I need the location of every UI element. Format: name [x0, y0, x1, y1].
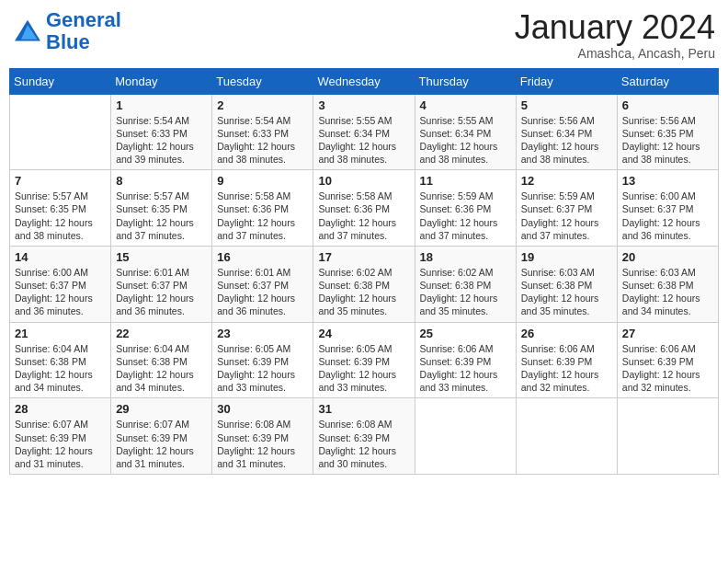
daylight-text-cont: and 36 minutes. [116, 305, 185, 316]
day-number: 9 [217, 174, 308, 188]
calendar-cell: 8Sunrise: 5:57 AMSunset: 6:35 PMDaylight… [111, 170, 212, 247]
sunrise-text: Sunrise: 5:55 AM [420, 115, 494, 126]
sunset-text: Sunset: 6:38 PM [116, 356, 188, 367]
sunset-text: Sunset: 6:37 PM [521, 203, 593, 214]
calendar-cell: 9Sunrise: 5:58 AMSunset: 6:36 PMDaylight… [212, 170, 313, 247]
day-number: 25 [420, 327, 511, 340]
day-number: 18 [420, 250, 511, 264]
daylight-text-cont: and 30 minutes. [318, 458, 387, 469]
day-info: Sunrise: 6:04 AMSunset: 6:38 PMDaylight:… [15, 342, 106, 395]
sunrise-text: Sunrise: 5:54 AM [116, 115, 189, 126]
day-number: 24 [318, 327, 409, 340]
day-number: 17 [318, 250, 409, 264]
daylight-text-cont: and 32 minutes. [622, 382, 691, 393]
day-info: Sunrise: 6:03 AMSunset: 6:38 PMDaylight:… [521, 266, 612, 318]
daylight-text: Daylight: 12 hours [420, 141, 498, 152]
day-info: Sunrise: 6:08 AMSunset: 6:39 PMDaylight:… [217, 418, 308, 470]
day-number: 31 [318, 402, 409, 416]
calendar-cell: 22Sunrise: 6:04 AMSunset: 6:38 PMDayligh… [111, 322, 212, 398]
location: Amashca, Ancash, Peru [515, 46, 715, 61]
calendar-cell: 20Sunrise: 6:03 AMSunset: 6:38 PMDayligh… [617, 246, 718, 322]
sunrise-text: Sunrise: 6:04 AM [116, 343, 189, 354]
day-info: Sunrise: 5:57 AMSunset: 6:35 PMDaylight:… [116, 190, 207, 242]
daylight-text-cont: and 37 minutes. [318, 230, 387, 241]
sunrise-text: Sunrise: 5:59 AM [420, 190, 494, 201]
logo: General Blue [13, 9, 121, 53]
calendar-cell [516, 398, 617, 475]
daylight-text: Daylight: 12 hours [420, 217, 498, 228]
daylight-text: Daylight: 12 hours [420, 369, 498, 380]
sunrise-text: Sunrise: 6:02 AM [420, 267, 494, 278]
daylight-text-cont: and 34 minutes. [15, 382, 84, 393]
day-info: Sunrise: 6:06 AMSunset: 6:39 PMDaylight:… [622, 342, 713, 395]
calendar-cell: 17Sunrise: 6:02 AMSunset: 6:38 PMDayligh… [313, 246, 415, 322]
sunset-text: Sunset: 6:38 PM [15, 356, 86, 367]
daylight-text-cont: and 35 minutes. [521, 305, 590, 316]
day-info: Sunrise: 6:02 AMSunset: 6:38 PMDaylight:… [420, 266, 511, 318]
calendar-cell: 29Sunrise: 6:07 AMSunset: 6:39 PMDayligh… [111, 398, 212, 475]
sunrise-text: Sunrise: 6:06 AM [420, 343, 494, 354]
day-number: 26 [521, 327, 612, 340]
calendar-cell: 18Sunrise: 6:02 AMSunset: 6:38 PMDayligh… [415, 246, 516, 322]
weekday-header-monday: Monday [111, 68, 212, 94]
daylight-text-cont: and 39 minutes. [116, 154, 185, 165]
calendar-cell: 6Sunrise: 5:56 AMSunset: 6:35 PMDaylight… [617, 94, 718, 170]
title-block: January 2024 Amashca, Ancash, Peru [515, 9, 715, 61]
daylight-text-cont: and 33 minutes. [217, 382, 286, 393]
sunrise-text: Sunrise: 6:03 AM [521, 267, 595, 278]
daylight-text: Daylight: 12 hours [217, 141, 295, 152]
daylight-text-cont: and 37 minutes. [420, 230, 489, 241]
daylight-text: Daylight: 12 hours [318, 445, 396, 456]
day-number: 7 [15, 174, 106, 188]
daylight-text-cont: and 36 minutes. [15, 305, 84, 316]
daylight-text-cont: and 31 minutes. [217, 458, 286, 469]
calendar-cell: 11Sunrise: 5:59 AMSunset: 6:36 PMDayligh… [415, 170, 516, 247]
calendar-cell: 26Sunrise: 6:06 AMSunset: 6:39 PMDayligh… [516, 322, 617, 398]
logo-blue: Blue [46, 30, 90, 53]
daylight-text: Daylight: 12 hours [521, 217, 599, 228]
daylight-text: Daylight: 12 hours [521, 369, 599, 380]
weekday-header-thursday: Thursday [415, 68, 516, 94]
day-number: 12 [521, 174, 612, 188]
day-number: 2 [217, 98, 308, 112]
sunrise-text: Sunrise: 5:56 AM [622, 115, 696, 126]
calendar-cell: 12Sunrise: 5:59 AMSunset: 6:37 PMDayligh… [516, 170, 617, 247]
sunrise-text: Sunrise: 6:06 AM [521, 343, 595, 354]
calendar-cell: 28Sunrise: 6:07 AMSunset: 6:39 PMDayligh… [10, 398, 111, 475]
daylight-text-cont: and 37 minutes. [217, 230, 286, 241]
daylight-text-cont: and 31 minutes. [116, 458, 185, 469]
day-info: Sunrise: 6:05 AMSunset: 6:39 PMDaylight:… [318, 342, 409, 395]
page-header: General Blue January 2024 Amashca, Ancas… [9, 9, 719, 61]
day-number: 6 [622, 98, 713, 112]
day-number: 5 [521, 98, 612, 112]
calendar-cell: 10Sunrise: 5:58 AMSunset: 6:36 PMDayligh… [313, 170, 415, 247]
sunrise-text: Sunrise: 6:08 AM [217, 419, 290, 430]
calendar-cell: 24Sunrise: 6:05 AMSunset: 6:39 PMDayligh… [313, 322, 415, 398]
sunrise-text: Sunrise: 5:56 AM [521, 115, 595, 126]
day-number: 4 [420, 98, 511, 112]
day-info: Sunrise: 6:06 AMSunset: 6:39 PMDaylight:… [521, 342, 612, 395]
sunset-text: Sunset: 6:39 PM [521, 356, 593, 367]
sunset-text: Sunset: 6:34 PM [420, 128, 492, 139]
sunset-text: Sunset: 6:38 PM [521, 280, 593, 291]
sunrise-text: Sunrise: 6:01 AM [217, 267, 290, 278]
sunset-text: Sunset: 6:34 PM [318, 128, 390, 139]
sunset-text: Sunset: 6:39 PM [318, 432, 390, 443]
calendar-table: SundayMondayTuesdayWednesdayThursdayFrid… [9, 68, 719, 475]
day-number: 19 [521, 250, 612, 264]
daylight-text: Daylight: 12 hours [15, 217, 93, 228]
sunrise-text: Sunrise: 5:57 AM [116, 190, 189, 201]
sunset-text: Sunset: 6:33 PM [217, 128, 289, 139]
day-info: Sunrise: 6:03 AMSunset: 6:38 PMDaylight:… [622, 266, 713, 318]
day-info: Sunrise: 6:02 AMSunset: 6:38 PMDaylight:… [318, 266, 409, 318]
daylight-text: Daylight: 12 hours [116, 369, 194, 380]
day-number: 21 [15, 327, 106, 340]
day-number: 29 [116, 402, 207, 416]
day-info: Sunrise: 6:01 AMSunset: 6:37 PMDaylight:… [217, 266, 308, 318]
daylight-text-cont: and 36 minutes. [217, 305, 286, 316]
daylight-text-cont: and 35 minutes. [318, 305, 387, 316]
day-info: Sunrise: 5:54 AMSunset: 6:33 PMDaylight:… [217, 114, 308, 167]
sunset-text: Sunset: 6:39 PM [217, 432, 289, 443]
sunset-text: Sunset: 6:37 PM [15, 280, 86, 291]
day-info: Sunrise: 6:07 AMSunset: 6:39 PMDaylight:… [116, 418, 207, 470]
